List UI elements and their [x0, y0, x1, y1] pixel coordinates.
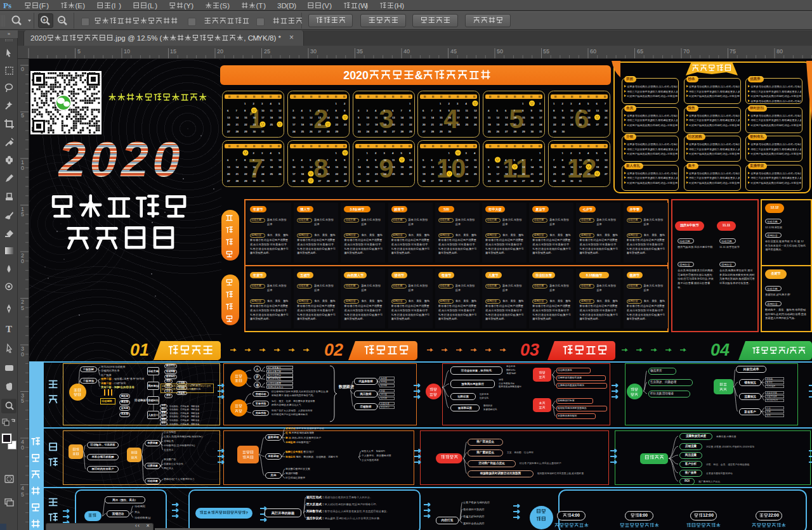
svg-text:35: 35 [357, 48, 363, 55]
svg-text:0: 0 [711, 513, 714, 517]
svg-text:T: T [6, 324, 12, 334]
svg-text:/: / [787, 346, 789, 356]
svg-text:10: 10 [124, 48, 130, 55]
svg-text:): ) [263, 2, 266, 10]
svg-text:0: 0 [776, 513, 779, 517]
svg-text:5: 5 [77, 48, 81, 55]
svg-text:0: 0 [645, 513, 648, 517]
svg-text:20: 20 [217, 48, 223, 55]
svg-text:80: 80 [776, 48, 783, 55]
svg-text:5: 5 [21, 112, 24, 119]
svg-text:0: 0 [21, 351, 24, 358]
svg-text:): ) [402, 2, 404, 10]
svg-text:Y: Y [186, 2, 191, 10]
svg-text:&: & [415, 69, 423, 82]
svg-text:55: 55 [543, 48, 549, 55]
svg-text:0: 0 [21, 165, 24, 171]
svg-text:): ) [329, 2, 332, 10]
svg-text:+: + [43, 17, 46, 23]
svg-text:0: 0 [362, 69, 369, 82]
svg-text:−: − [60, 17, 63, 23]
svg-text:2: 2 [21, 299, 24, 305]
svg-text:L: L [150, 2, 154, 10]
svg-text:70: 70 [683, 48, 690, 55]
svg-text:0: 0 [577, 513, 580, 517]
svg-text:45: 45 [450, 48, 457, 55]
svg-text:15: 15 [170, 48, 176, 55]
svg-text:0: 0 [43, 34, 46, 42]
svg-text:): ) [274, 34, 277, 42]
svg-text:): ) [365, 2, 368, 10]
svg-text:2: 2 [343, 69, 350, 82]
svg-text:I: I [114, 2, 115, 10]
svg-text:65: 65 [637, 48, 643, 55]
svg-text:S: S [222, 2, 227, 10]
svg-text:30: 30 [310, 48, 317, 55]
svg-text:,: , [244, 34, 246, 42]
svg-text:5: 5 [21, 305, 24, 311]
svg-text:Y: Y [258, 34, 263, 42]
svg-text:@: @ [128, 34, 135, 42]
svg-text:F: F [41, 2, 46, 10]
svg-text:0: 0 [21, 66, 24, 72]
svg-text:5: 5 [21, 491, 24, 498]
svg-text:T: T [258, 2, 263, 10]
svg-text:): ) [46, 2, 49, 10]
svg-text:60: 60 [590, 48, 596, 55]
svg-text:): ) [82, 2, 85, 10]
svg-text:40: 40 [403, 48, 410, 55]
svg-text:(: ( [160, 34, 162, 42]
svg-text:): ) [155, 2, 157, 10]
svg-text:*: * [278, 34, 281, 42]
svg-text:?: ? [246, 511, 248, 515]
svg-text:V: V [324, 2, 329, 10]
svg-text:0: 0 [21, 444, 24, 451]
svg-text:5: 5 [21, 211, 24, 217]
svg-text:): ) [227, 2, 230, 10]
svg-text:0: 0 [350, 69, 356, 82]
svg-text:5: 5 [21, 398, 24, 404]
svg-text:): ) [191, 2, 193, 10]
svg-text:%: % [151, 34, 157, 42]
svg-text:2: 2 [356, 69, 362, 82]
svg-text:50: 50 [497, 48, 503, 55]
svg-text:): ) [119, 2, 121, 10]
svg-text:E: E [77, 2, 82, 10]
svg-text:0: 0 [21, 258, 24, 264]
svg-text:75: 75 [730, 48, 736, 55]
svg-text:25: 25 [264, 48, 270, 55]
svg-text:): ) [294, 1, 296, 10]
svg-text:4: 4 [21, 485, 24, 491]
svg-text:g: g [121, 34, 125, 42]
